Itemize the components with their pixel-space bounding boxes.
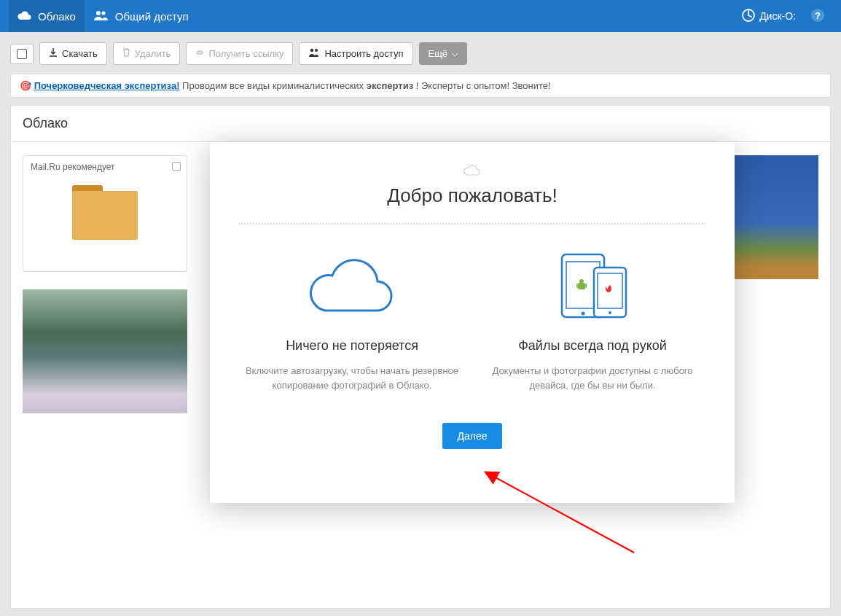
cloud-icon (17, 10, 32, 23)
welcome-modal: Добро пожаловать! Ничего не потеряется В… (210, 142, 735, 503)
svg-text:?: ? (815, 10, 821, 21)
feature2-desc: Документы и фотографии доступны с любого… (480, 364, 705, 392)
help-icon: ? (810, 8, 825, 25)
svg-rect-15 (576, 284, 578, 288)
access-label: Настроить доступ (324, 48, 403, 59)
select-all-checkbox[interactable] (10, 44, 34, 64)
svg-point-6 (315, 49, 318, 52)
folder-tile-mailru[interactable]: Mail.Ru рекомендует (23, 155, 187, 272)
next-label: Далее (457, 430, 487, 442)
svg-point-1 (101, 11, 105, 15)
folder-label: Mail.Ru рекомендует (31, 162, 179, 172)
ad-banner[interactable]: 🎯 Почерковедческая экспертиза! Проводим … (10, 74, 831, 98)
cloud-icon (239, 164, 705, 179)
download-icon (49, 48, 58, 59)
nav-disko-label: Диск-О: (759, 10, 796, 22)
next-button[interactable]: Далее (442, 423, 501, 449)
feature2-title: Файлы всегда под рукой (480, 338, 705, 354)
nav-disko[interactable]: Диск-О: (735, 9, 803, 24)
nav-cloud-label: Облако (38, 10, 76, 23)
svg-rect-14 (578, 283, 585, 289)
delete-button[interactable]: Удалить (113, 42, 181, 65)
svg-point-0 (96, 11, 101, 15)
svg-rect-16 (585, 284, 587, 288)
ad-text2: ! Эксперты с опытом! Звоните! (416, 80, 551, 91)
ad-bold: экспертиз (367, 80, 413, 91)
download-button[interactable]: Скачать (39, 42, 107, 65)
svg-rect-10 (594, 268, 626, 317)
ad-text1: Проводим все виды криминалистических (182, 80, 367, 91)
tile-checkbox[interactable] (172, 162, 181, 171)
nav-help[interactable]: ? (803, 8, 832, 25)
folder-icon (72, 185, 138, 240)
image-tile-lake[interactable] (23, 289, 187, 413)
disk-icon (742, 9, 755, 24)
breadcrumb-label: Облако (23, 116, 68, 130)
people-icon (93, 10, 109, 23)
breadcrumb: Облако (10, 105, 831, 142)
feature1-desc: Включите автозагрузку, чтобы начать резе… (239, 364, 465, 392)
nav-shared-label: Общий доступ (115, 10, 189, 23)
feature1-title: Ничего не потеряется (239, 338, 465, 354)
ad-title: Почерковедческая экспертиза! (34, 80, 180, 91)
more-label: Ещё (429, 48, 448, 59)
download-label: Скачать (62, 48, 98, 59)
nav-cloud[interactable]: Облако (9, 0, 85, 32)
devices-icon (480, 245, 705, 325)
modal-title: Добро пожаловать! (239, 184, 705, 207)
access-button[interactable]: Настроить доступ (299, 42, 412, 65)
getlink-label: Получить ссылку (208, 48, 283, 59)
trash-icon (122, 48, 130, 59)
more-button[interactable]: Ещё (419, 42, 468, 65)
nav-shared[interactable]: Общий доступ (85, 0, 197, 32)
people-icon (308, 48, 320, 59)
svg-point-5 (310, 49, 314, 52)
link-icon (195, 48, 204, 59)
svg-point-12 (609, 311, 611, 314)
chevron-down-icon (452, 48, 458, 59)
svg-point-9 (582, 312, 585, 316)
getlink-button[interactable]: Получить ссылку (186, 42, 293, 65)
delete-label: Удалить (135, 48, 171, 59)
cloud-outline-icon (239, 245, 465, 325)
ad-icon: 🎯 (20, 80, 34, 91)
